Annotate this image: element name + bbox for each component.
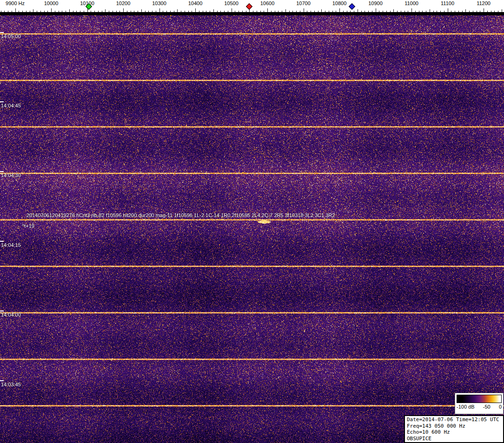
info-station: OBSUPICE	[407, 436, 501, 442]
color-scale-legend: -100 dB -50 0	[455, 393, 504, 414]
frequency-tick	[195, 8, 196, 12]
frequency-tick	[232, 8, 232, 12]
info-box: Date=2014-07-06 Time=12:05 UTC Freq=143 …	[404, 415, 504, 443]
marker-blue-diamond-icon[interactable]	[349, 3, 355, 10]
time-tick	[0, 171, 4, 172]
time-tick	[0, 32, 4, 33]
frequency-label: 11100	[441, 0, 454, 6]
frequency-label: 10600	[260, 0, 275, 6]
frequency-label: 11000	[405, 0, 418, 6]
frequency-tick	[15, 8, 16, 12]
frequency-label: 10000	[44, 0, 59, 6]
time-label: 14:04:30	[1, 172, 21, 178]
frequency-tick	[448, 8, 448, 12]
frequency-label: 10300	[152, 0, 166, 6]
time-label: 14:03:45	[1, 382, 21, 387]
legend-max-label: 0	[499, 403, 502, 410]
legend-mid-label: -50	[483, 403, 491, 410]
frequency-label: 11200	[477, 0, 491, 6]
frequency-label: 10900	[368, 0, 383, 6]
frequency-tick	[51, 8, 52, 12]
info-echo: Echo=10 600 Hz	[407, 429, 501, 436]
frequency-label: 10800	[332, 0, 347, 6]
frequency-tick	[159, 8, 160, 12]
time-label: 14:04:45	[1, 103, 21, 108]
time-label: 14:04:15	[1, 242, 21, 248]
ruler-bottom-bar	[0, 12, 504, 15]
legend-min-label: -100 dB	[457, 403, 475, 410]
spectrogram-app: 9900 Hz100001010010200103001040010500106…	[0, 0, 504, 443]
frequency-tick	[411, 8, 412, 12]
frequency-tick	[376, 8, 376, 12]
legend-labels: -100 dB -50 0	[455, 403, 503, 410]
frequency-label: 10400	[188, 0, 203, 6]
frequency-tick	[123, 8, 124, 12]
waterfall-spectrogram[interactable]	[0, 15, 504, 443]
time-tick	[0, 101, 4, 102]
time-label: 14:04:00	[1, 312, 21, 317]
time-tick	[0, 311, 4, 311]
marker-red-diamond-icon[interactable]	[246, 3, 252, 10]
frequency-tick	[304, 8, 304, 12]
time-tick	[0, 241, 4, 242]
frequency-tick	[484, 8, 484, 12]
info-date-time: Date=2014-07-06 Time=12:05 UTC	[407, 417, 501, 423]
frequency-tick	[339, 8, 340, 12]
frequency-label: 10200	[116, 0, 131, 6]
color-gradient-bar	[457, 395, 502, 403]
detection-submark: ^t+19	[22, 223, 34, 229]
info-frequency: Freq=143 050 000 Hz	[407, 423, 501, 430]
time-tick	[0, 380, 4, 381]
detection-annotation: 20140706120419276 hCnt3 nb-82 f10596 hit…	[27, 212, 335, 218]
frequency-ruler[interactable]: 9900 Hz100001010010200103001040010500106…	[0, 0, 504, 12]
frequency-label: 10700	[296, 0, 311, 6]
frequency-tick	[267, 8, 268, 12]
frequency-label: 9900 Hz	[6, 0, 25, 6]
frequency-label: 10500	[224, 0, 239, 6]
time-label: 14:05:00	[1, 33, 21, 39]
